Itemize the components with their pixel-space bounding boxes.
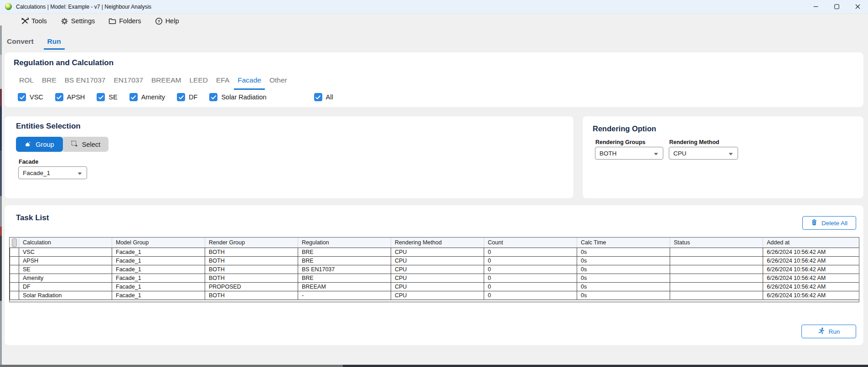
row-selector-pill <box>12 238 17 247</box>
table-cell: 0 <box>484 283 577 291</box>
select-button-label: Select <box>82 141 100 148</box>
table-cell: CPU <box>391 291 484 300</box>
table-cell: Facade_1 <box>112 265 205 274</box>
group-icon <box>25 140 31 149</box>
row-selector[interactable] <box>10 283 19 291</box>
column-header-render-group[interactable]: Render Group <box>205 238 298 248</box>
checkbox-label: All <box>326 93 333 101</box>
table-cell: 6/26/2024 10:56:42 AM <box>763 265 859 274</box>
table-cell: 6/26/2024 10:56:42 AM <box>763 274 859 283</box>
menu-folders[interactable]: Folders <box>108 17 141 25</box>
table-row[interactable]: SEFacade_1BOTHBS EN17037CPU00s6/26/2024 … <box>10 265 859 274</box>
table-cell: BOTH <box>205 291 298 300</box>
rendering-method-label: Rendering Method <box>669 139 719 145</box>
window-title: Calculations | Model: Example - v7 | Nei… <box>16 4 151 10</box>
table-row[interactable]: DFFacade_1PROPOSEDBREEAMCPU00s6/26/2024 … <box>10 283 859 291</box>
help-icon: ? <box>155 17 163 25</box>
task-table: CalculationModel GroupRender GroupRegula… <box>9 237 859 302</box>
table-cell <box>670 257 763 265</box>
table-cell: CPU <box>391 257 484 265</box>
regulation-tab-bs-en17037[interactable]: BS EN17037 <box>61 76 109 90</box>
regulation-tab-leed[interactable]: LEED <box>186 76 212 90</box>
close-icon <box>855 4 860 9</box>
minimize-button[interactable] <box>805 0 826 13</box>
checkbox-label: SE <box>108 93 117 101</box>
table-cell: BOTH <box>205 274 298 283</box>
column-header-calculation[interactable]: Calculation <box>19 238 112 248</box>
regulation-tab-efa[interactable]: EFA <box>212 76 233 90</box>
table-cell: 0s <box>577 274 670 283</box>
table-row[interactable]: Solar RadiationFacade_1BOTH-CPU00s6/26/2… <box>10 291 859 300</box>
select-marquee-icon <box>71 140 78 149</box>
select-all-header[interactable] <box>10 238 19 248</box>
column-header-calc-time[interactable]: Calc Time <box>577 238 670 248</box>
group-mode-button[interactable]: Group <box>16 137 63 152</box>
checkbox-checked-icon <box>209 93 217 101</box>
run-button[interactable]: Run <box>801 325 856 338</box>
checkbox-se[interactable]: SE <box>97 93 117 101</box>
tab-run[interactable]: Run <box>44 28 65 50</box>
select-mode-button[interactable]: Select <box>63 137 108 152</box>
column-header-added-at[interactable]: Added at <box>763 238 859 248</box>
regulation-card: Regulation and Calculation ROL BRE BS EN… <box>5 52 863 107</box>
regulation-tab-breeam[interactable]: BREEAM <box>148 76 185 90</box>
menu-settings[interactable]: Settings <box>61 17 95 25</box>
tools-icon <box>21 17 29 25</box>
table-cell: 0 <box>484 257 577 265</box>
regulation-tab-rol[interactable]: ROL <box>16 76 37 90</box>
row-selector[interactable] <box>10 248 19 257</box>
table-row[interactable]: APSHFacade_1BOTHBRECPU00s6/26/2024 10:56… <box>10 257 859 265</box>
row-selector[interactable] <box>10 274 19 283</box>
facade-dropdown[interactable]: Facade_1 <box>18 166 87 179</box>
checkbox-all[interactable]: All <box>314 93 333 101</box>
checkbox-df[interactable]: DF <box>177 93 197 101</box>
rendering-groups-dropdown[interactable]: BOTH <box>595 147 663 160</box>
checkbox-label: VSC <box>30 93 43 101</box>
regulation-tab-facade[interactable]: Facade <box>234 76 265 90</box>
minimize-icon <box>813 4 818 9</box>
main-tab-bar: Convert Run <box>0 28 868 52</box>
menu-tools[interactable]: Tools <box>21 17 47 25</box>
table-row[interactable]: AmenityFacade_1BOTHBRECPU00s6/26/2024 10… <box>10 274 859 283</box>
regulation-tab-bre[interactable]: BRE <box>38 76 60 90</box>
task-table-grid: CalculationModel GroupRender GroupRegula… <box>10 238 859 300</box>
entities-mode-toggle: Group Select <box>16 137 108 152</box>
column-header-status[interactable]: Status <box>670 238 763 248</box>
column-header-count[interactable]: Count <box>484 238 577 248</box>
column-header-regulation[interactable]: Regulation <box>298 238 391 248</box>
rendering-groups-label: Rendering Groups <box>595 139 646 145</box>
row-selector[interactable] <box>10 265 19 274</box>
column-header-rendering-method[interactable]: Rendering Method <box>391 238 484 248</box>
delete-all-button[interactable]: Delete All <box>802 216 856 230</box>
table-cell: CPU <box>391 274 484 283</box>
table-cell: CPU <box>391 265 484 274</box>
checkbox-checked-icon <box>97 93 105 101</box>
table-cell: 6/26/2024 10:56:42 AM <box>763 257 859 265</box>
checkbox-vsc[interactable]: VSC <box>18 93 43 101</box>
rendering-card: Rendering Option Rendering Groups BOTH R… <box>583 116 863 198</box>
table-row[interactable]: VSCFacade_1BOTHBRECPU00s6/26/2024 10:56:… <box>10 248 859 257</box>
maximize-button[interactable] <box>826 0 847 13</box>
table-cell: BS EN17037 <box>298 265 391 274</box>
table-cell: Amenity <box>19 274 112 283</box>
checkbox-apsh[interactable]: APSH <box>55 93 85 101</box>
svg-text:?: ? <box>157 18 160 23</box>
table-cell: BOTH <box>205 248 298 257</box>
row-selector[interactable] <box>10 291 19 300</box>
tab-convert[interactable]: Convert <box>3 28 37 48</box>
checkbox-solar-radiation[interactable]: Solar Radiation <box>209 93 266 101</box>
window-controls <box>805 0 868 13</box>
regulation-tab-en17037[interactable]: EN17037 <box>110 76 147 90</box>
close-button[interactable] <box>847 0 868 13</box>
menu-help[interactable]: ? Help <box>155 17 179 25</box>
gear-icon <box>61 17 68 25</box>
column-header-model-group[interactable]: Model Group <box>112 238 205 248</box>
rendering-method-dropdown[interactable]: CPU <box>669 147 738 160</box>
table-cell: Solar Radiation <box>19 291 112 300</box>
table-cell: Facade_1 <box>112 248 205 257</box>
checkbox-amenity[interactable]: Amenity <box>129 93 165 101</box>
regulation-tab-other[interactable]: Other <box>266 76 291 90</box>
row-selector[interactable] <box>10 257 19 265</box>
table-cell: - <box>298 291 391 300</box>
table-cell: APSH <box>19 257 112 265</box>
